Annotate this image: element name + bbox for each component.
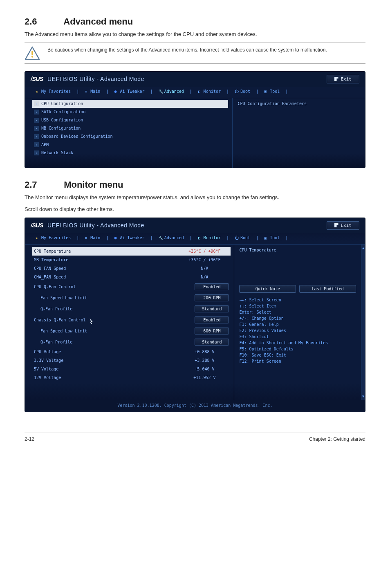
bios-body-monitor: CPU Temperature+36°C / +96°FMB Temperatu…	[25, 245, 365, 400]
monitor-row[interactable]: Fan Speed Low Limit600 RPM	[32, 325, 231, 337]
menu-item-onboard-config[interactable]: Onboard Devices Configuration	[32, 132, 228, 141]
monitor-row[interactable]: CPU Voltage+0.888 V	[32, 348, 231, 356]
monitor-row[interactable]: 5V Voltage+5.040 V	[32, 365, 231, 373]
monitor-value-select[interactable]: 600 RPM	[195, 328, 229, 334]
caution-text: Be cautious when changing the settings o…	[47, 46, 327, 54]
monitor-row[interactable]: CHA_FAN SpeedN/A	[32, 273, 231, 281]
tab-boot[interactable]: Boot	[235, 89, 250, 94]
monitor-value: +36°C / +96°F	[180, 258, 229, 262]
menu-item-nb-config[interactable]: NB Configuration	[32, 124, 228, 132]
section-heading-advanced: 2.6 Advanced menu	[25, 16, 365, 27]
tab-ai-tweaker[interactable]: Ai Tweaker	[114, 89, 144, 94]
scroll-hint: Scroll down to display the other items.	[25, 205, 365, 213]
monitor-row[interactable]: CPU Q-Fan ControlEnabled	[32, 281, 231, 292]
tab-my-favorites[interactable]: My Favorites	[36, 89, 71, 94]
asus-logo: /SUS	[31, 76, 43, 82]
monitor-right-panel: CPU Temperature Quick Note Last Modified…	[234, 245, 361, 400]
monitor-row[interactable]: 12V Voltage+11.952 V	[32, 373, 231, 382]
monitor-value-select[interactable]: Enabled	[195, 316, 229, 323]
section-title: Advanced menu	[63, 16, 133, 27]
exit-button[interactable]: Exit	[327, 221, 360, 230]
monitor-row[interactable]: 3.3V Voltage+3.288 V	[32, 356, 231, 365]
monitor-row-label: 12V Voltage	[34, 375, 61, 380]
tab-boot[interactable]: Boot	[235, 236, 250, 240]
monitor-desc: The Monitor menu displays the system tem…	[25, 193, 365, 202]
help-line: F5: Optimized Defaults	[239, 346, 356, 352]
help-line: +/-: Change Option	[239, 315, 356, 321]
bios-title: /SUS UEFI BIOS Utility - Advanced Mode	[31, 76, 144, 82]
menu-item-network-stack[interactable]: Network Stack	[32, 149, 228, 157]
monitor-row[interactable]: MB Temperature+36°C / +96°F	[32, 256, 231, 264]
chip-icon	[114, 89, 118, 93]
monitor-value-select[interactable]: Standard	[195, 339, 229, 346]
help-text: CPU Configuration Parameters	[238, 101, 360, 106]
monitor-value: +5.040 V	[180, 367, 229, 371]
submenu-arrow-icon	[34, 150, 39, 155]
monitor-value: N/A	[180, 266, 229, 271]
tab-main[interactable]: Main	[85, 89, 100, 94]
power-icon	[235, 89, 239, 93]
help-line: F10: Save ESC: Exit	[239, 352, 356, 358]
monitor-row-label: 5V Voltage	[34, 367, 58, 371]
menu-item-cpu-config[interactable]: CPU Configuration	[32, 100, 228, 108]
wrench-icon	[159, 236, 163, 240]
menu-item-usb-config[interactable]: USB Configuration	[32, 116, 228, 124]
section-number: 2.7	[25, 180, 61, 190]
advanced-menu-list: CPU Configuration SATA Configuration USB…	[25, 98, 232, 168]
monitor-row-label: Fan Speed Low Limit	[40, 329, 87, 333]
monitor-value-select[interactable]: Standard	[195, 305, 229, 312]
asus-logo: /SUS	[31, 222, 43, 229]
bios-tabs: My Favorites | Main | Ai Tweaker | Advan…	[25, 87, 365, 98]
wrench-icon	[159, 89, 163, 93]
monitor-value: +0.888 V	[180, 350, 229, 354]
scrollbar[interactable]: ▲ ▼	[361, 245, 365, 400]
monitor-value: +36°C / +96°F	[180, 249, 229, 254]
scroll-up-icon[interactable]: ▲	[362, 246, 364, 250]
power-icon	[235, 236, 239, 240]
monitor-row[interactable]: CPU_FAN SpeedN/A	[32, 264, 231, 273]
last-modified-button[interactable]: Last Modified	[299, 285, 356, 293]
submenu-arrow-icon	[34, 142, 39, 147]
tab-tool[interactable]: Tool	[264, 89, 280, 94]
monitor-row[interactable]: Q-Fan ProfileStandard	[32, 337, 231, 348]
tab-monitor[interactable]: Monitor	[198, 236, 221, 240]
tab-ai-tweaker[interactable]: Ai Tweaker	[114, 236, 144, 240]
svg-rect-0	[31, 51, 33, 55]
exit-label: Exit	[341, 76, 352, 82]
caution-box: Be cautious when changing the settings o…	[25, 43, 365, 64]
menu-item-apm[interactable]: APM	[32, 141, 228, 149]
monitor-row-label: Chassis Q-Fan Control	[34, 318, 85, 322]
advanced-help-panel: CPU Configuration Parameters	[232, 98, 365, 168]
tab-my-favorites[interactable]: My Favorites	[36, 236, 71, 240]
help-line: F4: Add to Shortcut and My Favorites	[239, 340, 356, 346]
monitor-row[interactable]: Chassis Q-Fan ControlEnabled	[32, 314, 231, 325]
tab-advanced[interactable]: Advanced	[159, 89, 184, 94]
monitor-row[interactable]: Fan Speed Low Limit200 RPM	[32, 292, 231, 303]
scroll-down-icon[interactable]: ▼	[362, 395, 364, 398]
tab-main[interactable]: Main	[85, 236, 100, 240]
monitor-row[interactable]: Q-Fan ProfileStandard	[32, 303, 231, 314]
monitor-row-label: CPU Q-Fan Control	[34, 285, 76, 289]
star-icon	[36, 236, 40, 240]
tab-advanced[interactable]: Advanced	[159, 236, 184, 240]
section-number: 2.6	[25, 16, 61, 27]
submenu-arrow-icon	[34, 134, 39, 139]
exit-button[interactable]: Exit	[327, 75, 360, 83]
monitor-row-label: Q-Fan Profile	[40, 307, 72, 311]
quick-note-button[interactable]: Quick Note	[239, 285, 296, 293]
submenu-arrow-icon	[34, 118, 39, 123]
help-line: F1: General Help	[239, 321, 356, 328]
monitor-icon	[198, 89, 202, 93]
monitor-row-label: MB Temperature	[34, 258, 68, 262]
monitor-row-label: Fan Speed Low Limit	[40, 296, 87, 300]
exit-label: Exit	[341, 223, 352, 228]
tab-monitor[interactable]: Monitor	[198, 89, 221, 94]
monitor-value-select[interactable]: Enabled	[195, 283, 229, 290]
bios-header: /SUS UEFI BIOS Utility - Advanced Mode E…	[25, 72, 365, 87]
bios-version-footer: Version 2.10.1208. Copyright (C) 2013 Am…	[25, 400, 365, 412]
bios-window-advanced: /SUS UEFI BIOS Utility - Advanced Mode E…	[25, 71, 365, 168]
menu-item-sata-config[interactable]: SATA Configuration	[32, 108, 228, 116]
monitor-value-select[interactable]: 200 RPM	[195, 294, 229, 301]
tab-tool[interactable]: Tool	[264, 236, 280, 240]
monitor-row[interactable]: CPU Temperature+36°C / +96°F	[32, 247, 231, 256]
